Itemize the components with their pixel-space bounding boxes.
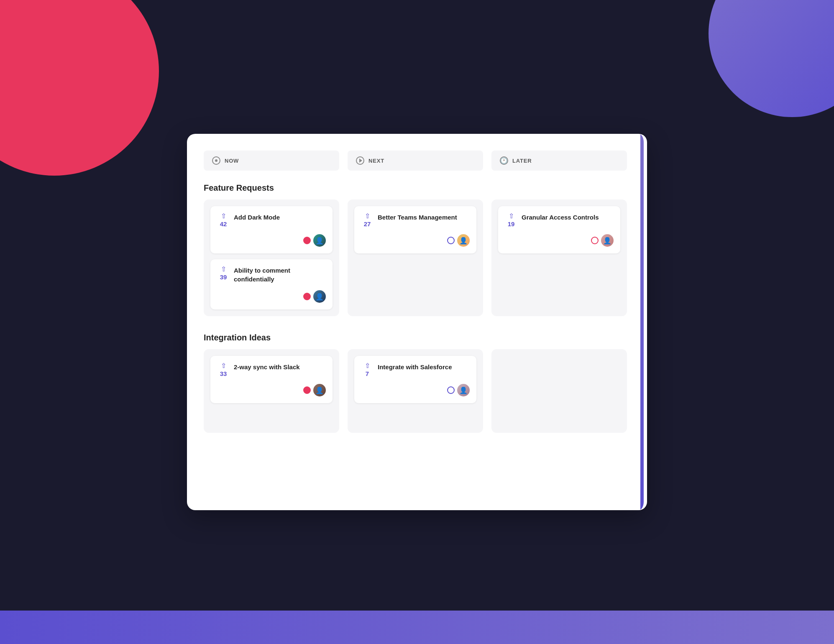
feature-requests-now-column: ⇧ 42 Add Dark Mode ⇧ 39	[204, 199, 339, 316]
vote-count: 42	[220, 220, 227, 227]
later-icon: 🕐	[500, 156, 508, 165]
status-dot-pink	[303, 237, 311, 244]
card-title: Granular Access Controls	[522, 213, 614, 222]
card-footer	[217, 290, 326, 303]
column-headers: NOW NEXT 🕐 LATER	[204, 151, 627, 171]
vote-count: 7	[366, 370, 369, 377]
integration-ideas-now-column: ⇧ 33 2-way sync with Slack	[204, 349, 339, 433]
vote-section: ⇧ 33	[217, 363, 230, 377]
next-label: NEXT	[368, 158, 384, 164]
card-title: Integrate with Salesforce	[378, 363, 470, 371]
vote-section: ⇧ 7	[361, 363, 374, 377]
card-slack-sync[interactable]: ⇧ 33 2-way sync with Slack	[210, 356, 333, 403]
upvote-icon: ⇧	[365, 363, 370, 369]
card-title: Better Teams Management	[378, 213, 470, 222]
vote-section: ⇧ 27	[361, 213, 374, 227]
card-title: Add Dark Mode	[234, 213, 326, 222]
avatar	[313, 290, 326, 303]
card-top: ⇧ 39 Ability to comment confidentially	[217, 266, 326, 284]
feature-requests-next-column: ⇧ 27 Better Teams Management	[348, 199, 483, 316]
avatar	[601, 234, 614, 247]
bg-decoration-pink	[0, 0, 159, 176]
column-header-next: NEXT	[348, 151, 483, 171]
card-top: ⇧ 42 Add Dark Mode	[217, 213, 326, 227]
feature-requests-grid: ⇧ 42 Add Dark Mode ⇧ 39	[204, 199, 627, 316]
card-top: ⇧ 27 Better Teams Management	[361, 213, 470, 227]
avatar	[457, 234, 470, 247]
feature-requests-later-column: ⇧ 19 Granular Access Controls	[491, 199, 627, 316]
now-label: NOW	[225, 158, 239, 164]
status-dot-purple	[447, 237, 455, 244]
upvote-icon: ⇧	[221, 213, 226, 220]
upvote-icon: ⇧	[509, 213, 514, 220]
section-integration-ideas: Integration Ideas ⇧ 33 2-way sync with S…	[204, 333, 627, 433]
upvote-icon: ⇧	[365, 213, 370, 220]
card-footer	[505, 234, 614, 247]
main-app-window: NOW NEXT 🕐 LATER Feature Requests ⇧ 42	[187, 134, 647, 510]
vote-count: 19	[508, 220, 515, 227]
section-feature-requests: Feature Requests ⇧ 42 Add Dark Mode	[204, 183, 627, 316]
card-top: ⇧ 7 Integrate with Salesforce	[361, 363, 470, 377]
bg-decoration-purple-top	[709, 0, 834, 117]
column-header-later: 🕐 LATER	[491, 151, 627, 171]
integration-ideas-next-column: ⇧ 7 Integrate with Salesforce	[348, 349, 483, 433]
vote-count: 39	[220, 273, 227, 281]
vote-section: ⇧ 19	[505, 213, 517, 227]
card-footer	[217, 234, 326, 247]
vote-section: ⇧ 39	[217, 266, 230, 281]
status-dot-pink	[303, 293, 311, 300]
integration-ideas-grid: ⇧ 33 2-way sync with Slack	[204, 349, 627, 433]
card-better-teams[interactable]: ⇧ 27 Better Teams Management	[354, 206, 476, 253]
card-salesforce[interactable]: ⇧ 7 Integrate with Salesforce	[354, 356, 476, 403]
avatar	[457, 384, 470, 396]
card-title: 2-way sync with Slack	[234, 363, 326, 371]
card-footer	[361, 234, 470, 247]
status-dot-purple	[447, 386, 455, 394]
avatar	[313, 234, 326, 247]
now-icon	[212, 156, 220, 165]
later-label: LATER	[512, 158, 532, 164]
vote-section: ⇧ 42	[217, 213, 230, 227]
status-dot-red	[591, 237, 599, 244]
avatar	[313, 384, 326, 396]
section-title-integration-ideas: Integration Ideas	[204, 333, 627, 342]
card-top: ⇧ 33 2-way sync with Slack	[217, 363, 326, 377]
card-top: ⇧ 19 Granular Access Controls	[505, 213, 614, 227]
upvote-icon: ⇧	[221, 363, 226, 369]
vote-count: 27	[364, 220, 371, 227]
upvote-icon: ⇧	[221, 266, 226, 273]
integration-ideas-later-column	[491, 349, 627, 433]
card-granular-access[interactable]: ⇧ 19 Granular Access Controls	[498, 206, 620, 253]
card-footer	[361, 384, 470, 396]
section-title-feature-requests: Feature Requests	[204, 183, 627, 193]
vote-count: 33	[220, 370, 227, 377]
card-add-dark-mode[interactable]: ⇧ 42 Add Dark Mode	[210, 206, 333, 253]
card-comment-confidentially[interactable]: ⇧ 39 Ability to comment confidentially	[210, 259, 333, 309]
column-header-now: NOW	[204, 151, 339, 171]
bg-decoration-bottom-bar	[0, 611, 834, 644]
next-icon	[356, 156, 364, 165]
card-footer	[217, 384, 326, 396]
card-title: Ability to comment confidentially	[234, 266, 326, 284]
status-dot-pink	[303, 386, 311, 394]
